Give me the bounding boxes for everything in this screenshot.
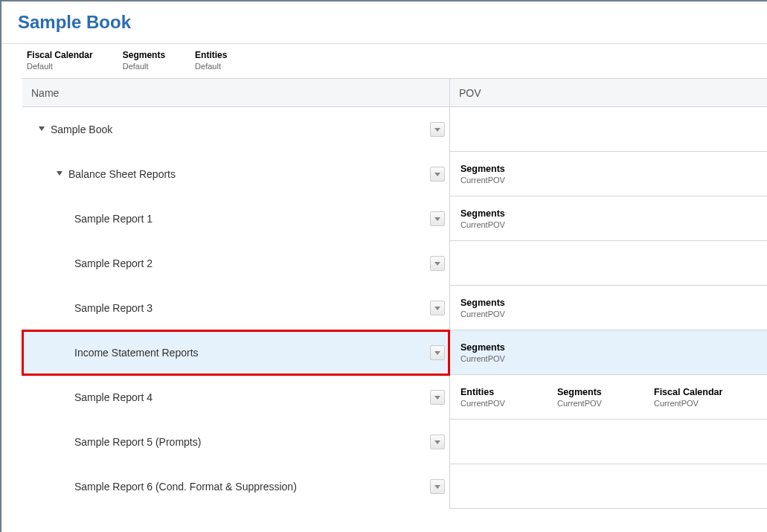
chevron-down-icon bbox=[434, 128, 440, 132]
grid-body: Sample BookBalance Sheet ReportsSample R… bbox=[22, 107, 767, 509]
pov-row bbox=[450, 107, 767, 152]
name-column: Sample BookBalance Sheet ReportsSample R… bbox=[22, 107, 450, 509]
tree-row-label: Sample Report 1 bbox=[74, 213, 153, 225]
filter-value: Default bbox=[195, 62, 227, 71]
pov-row: EntitiesCurrentPOVSegmentsCurrentPOVFisc… bbox=[450, 375, 767, 420]
pov-item[interactable]: SegmentsCurrentPOV bbox=[460, 342, 557, 363]
row-actions-dropdown[interactable] bbox=[430, 390, 445, 405]
row-actions-dropdown[interactable] bbox=[430, 301, 445, 315]
pov-row: SegmentsCurrentPOV bbox=[450, 330, 767, 375]
row-actions-dropdown[interactable] bbox=[430, 211, 445, 226]
pov-row bbox=[450, 241, 767, 286]
row-actions-dropdown[interactable] bbox=[430, 345, 445, 360]
filter-label: Fiscal Calendar bbox=[27, 50, 93, 60]
chevron-down-icon bbox=[434, 485, 440, 489]
row-actions-dropdown[interactable] bbox=[430, 435, 445, 449]
pov-item[interactable]: SegmentsCurrentPOV bbox=[460, 164, 557, 185]
pov-item-value: CurrentPOV bbox=[460, 310, 557, 318]
tree-row-label: Sample Book bbox=[51, 124, 112, 135]
tree-row[interactable]: Sample Report 5 (Prompts) bbox=[22, 420, 449, 464]
tree-row[interactable]: Sample Book bbox=[22, 107, 449, 152]
tree-row-label: Sample Report 5 (Prompts) bbox=[74, 436, 201, 448]
grid-header: Name POV bbox=[22, 79, 767, 107]
pov-item-title: Segments bbox=[557, 387, 654, 397]
chevron-down-icon bbox=[434, 396, 440, 400]
chevron-down-icon bbox=[434, 262, 440, 266]
filter-value: Default bbox=[27, 62, 93, 71]
tree-row[interactable]: Sample Report 6 (Cond. Format & Suppress… bbox=[22, 464, 449, 509]
pov-item-value: CurrentPOV bbox=[460, 176, 557, 185]
chevron-down-icon bbox=[434, 307, 440, 310]
tree-row[interactable]: Sample Report 4 bbox=[22, 375, 449, 420]
pov-item[interactable]: SegmentsCurrentPOV bbox=[460, 208, 557, 229]
pov-column: SegmentsCurrentPOVSegmentsCurrentPOVSegm… bbox=[450, 107, 767, 509]
tree-row-label: Sample Report 3 bbox=[74, 302, 153, 314]
tree-row[interactable]: Sample Report 1 bbox=[22, 196, 449, 241]
tree-row-label: Income Statement Reports bbox=[74, 347, 199, 359]
filter-value: Default bbox=[123, 62, 165, 71]
pov-row: SegmentsCurrentPOV bbox=[450, 152, 767, 196]
chevron-down-icon bbox=[434, 351, 440, 355]
row-actions-dropdown[interactable] bbox=[430, 122, 445, 137]
tree-toggle-icon[interactable] bbox=[57, 171, 62, 176]
chevron-down-icon bbox=[434, 217, 440, 221]
pov-item-value: CurrentPOV bbox=[654, 399, 751, 408]
pov-item-title: Segments bbox=[460, 342, 557, 353]
filter-segments[interactable]: Segments Default bbox=[123, 50, 165, 71]
tree-row[interactable]: Income Statement Reports bbox=[22, 330, 449, 375]
pov-item[interactable]: EntitiesCurrentPOV bbox=[460, 387, 557, 408]
pov-item-value: CurrentPOV bbox=[557, 399, 654, 408]
pov-item-title: Entities bbox=[460, 387, 557, 397]
tree-row-label: Sample Report 2 bbox=[74, 257, 153, 269]
pov-item[interactable]: SegmentsCurrentPOV bbox=[460, 298, 557, 318]
tree-row[interactable]: Balance Sheet Reports bbox=[22, 152, 449, 196]
pov-item-value: CurrentPOV bbox=[460, 354, 557, 363]
pov-item-value: CurrentPOV bbox=[460, 399, 557, 408]
column-header-name[interactable]: Name bbox=[22, 79, 450, 106]
tree-toggle-icon[interactable] bbox=[39, 126, 45, 131]
tree-row-label: Sample Report 6 (Cond. Format & Suppress… bbox=[74, 481, 297, 493]
filters-row: Fiscal Calendar Default Segments Default… bbox=[1, 43, 767, 78]
filter-entities[interactable]: Entities Default bbox=[195, 50, 227, 71]
tree-row[interactable]: Sample Report 3 bbox=[22, 286, 449, 330]
pov-item-title: Segments bbox=[460, 298, 557, 308]
row-actions-dropdown[interactable] bbox=[430, 479, 445, 494]
pov-item-title: Segments bbox=[460, 164, 557, 174]
tree-row-label: Balance Sheet Reports bbox=[68, 168, 176, 180]
row-actions-dropdown[interactable] bbox=[430, 167, 445, 182]
column-header-pov[interactable]: POV bbox=[450, 87, 767, 99]
pov-item[interactable]: Fiscal CalendarCurrentPOV bbox=[654, 387, 751, 408]
filter-fiscal-calendar[interactable]: Fiscal Calendar Default bbox=[27, 50, 93, 71]
pov-item-value: CurrentPOV bbox=[460, 220, 557, 229]
pov-row: SegmentsCurrentPOV bbox=[450, 196, 767, 241]
tree-row[interactable]: Sample Report 2 bbox=[22, 241, 449, 286]
chevron-down-icon bbox=[434, 173, 440, 176]
tree-row-label: Sample Report 4 bbox=[74, 391, 153, 403]
pov-item-title: Segments bbox=[460, 208, 557, 219]
pov-item-title: Fiscal Calendar bbox=[654, 387, 751, 397]
page-title: Sample Book bbox=[1, 1, 767, 43]
chevron-down-icon bbox=[434, 440, 440, 444]
book-grid: Name POV Sample BookBalance Sheet Report… bbox=[22, 78, 767, 509]
pov-row bbox=[450, 420, 767, 464]
filter-label: Segments bbox=[123, 50, 165, 60]
filter-label: Entities bbox=[195, 50, 227, 60]
pov-row: SegmentsCurrentPOV bbox=[450, 286, 767, 330]
pov-item[interactable]: SegmentsCurrentPOV bbox=[557, 387, 654, 408]
row-actions-dropdown[interactable] bbox=[430, 256, 445, 271]
pov-row bbox=[450, 464, 767, 509]
